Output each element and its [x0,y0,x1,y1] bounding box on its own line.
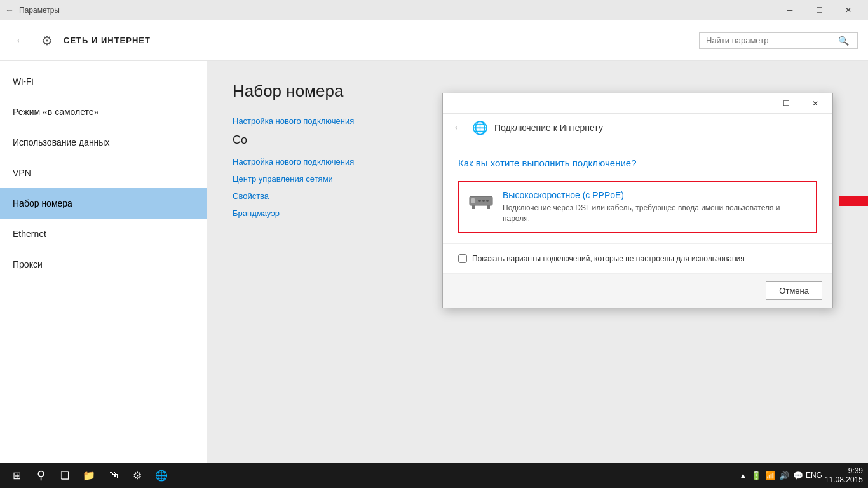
header-back-button[interactable]: ← [10,30,31,51]
connection-option-icon [468,191,494,214]
connect-dialog: ─ ☐ ✕ ← 🌐 Подключение к Интернету [442,93,833,308]
dialog-header: ← 🌐 Подключение к Интернету [443,114,832,142]
dialog-header-title: Подключение к Интернету [494,123,603,133]
language-indicator: ENG [806,471,822,480]
message-icon: 💬 [793,471,803,480]
app-body: Wi-Fi Режим «в самолете» Использование д… [0,61,868,463]
taskbar-search-icon: ⚲ [37,468,45,482]
title-bar-left: ← Параметры [5,5,60,15]
title-bar-title: Параметры [19,6,60,15]
cancel-button[interactable]: Отмена [766,281,822,300]
clock-date: 11.08.2015 [825,475,863,484]
sidebar-item-label: Набор номера [13,198,72,208]
search-icon: 🔍 [838,36,849,46]
dialog-maximize-button[interactable]: ☐ [771,94,801,113]
dialog-minimize-button[interactable]: ─ [742,94,771,113]
dialog-back-icon[interactable]: ← [453,122,463,133]
file-explorer-button[interactable]: 📁 [78,464,100,487]
red-arrow-annotation [839,187,868,215]
connection-option-pppoe[interactable]: Высокоскоростное (с PPPoE) Подключение ч… [458,181,817,233]
svg-rect-5 [472,205,475,209]
dialog-globe-icon: 🌐 [472,120,488,135]
taskbar-clock: 9:39 11.08.2015 [825,466,863,484]
sidebar-item-vpn[interactable]: VPN [0,158,207,188]
dialog-title-bar: ─ ☐ ✕ [443,93,832,114]
close-button[interactable]: ✕ [834,0,863,20]
search-input[interactable] [706,36,833,45]
search-box[interactable]: 🔍 [699,32,858,49]
minimize-button[interactable]: ─ [775,0,804,20]
clock-time: 9:39 [825,466,863,475]
start-icon: ⊞ [13,470,21,482]
svg-rect-1 [471,198,475,203]
dialog-backdrop: ─ ☐ ✕ ← 🌐 Подключение к Интернету [207,61,868,463]
dialog-title-controls: ─ ☐ ✕ [742,94,830,113]
maximize-button[interactable]: ☐ [804,0,834,20]
battery-icon: 🔋 [751,471,761,480]
svg-point-4 [486,200,489,202]
connection-option-title: Высокоскоростное (с PPPoE) [503,190,807,200]
dialog-footer-checkbox: Показать варианты подключений, которые н… [443,243,832,273]
taskbar-left: ⊞ ⚲ ❑ 📁 🛍 ⚙ 🌐 [5,464,173,487]
svg-rect-6 [487,205,490,209]
tray-expand-icon[interactable]: ▲ [739,471,747,480]
taskbar-tray: ▲ 🔋 📶 🔊 💬 [739,471,803,480]
search-button[interactable]: ⚲ [29,464,52,487]
app-header: ← ⚙ СЕТЬ И ИНТЕРНЕТ 🔍 [0,20,868,61]
sidebar-item-label: VPN [13,168,31,178]
svg-marker-7 [839,189,868,212]
sidebar-item-airplane[interactable]: Режим «в самолете» [0,97,207,127]
settings-button[interactable]: ⚙ [126,464,149,487]
sidebar-item-label: Прокси [13,259,43,269]
content-area: Набор номера Настройка нового подключени… [207,61,868,463]
sidebar-item-dialup[interactable]: Набор номера [0,188,207,219]
browser-icon: 🌐 [155,470,168,482]
show-options-checkbox[interactable] [458,254,467,263]
connection-option-text: Высокоскоростное (с PPPoE) Подключение ч… [503,190,807,224]
title-bar-controls: ─ ☐ ✕ [775,0,863,20]
connection-option-description: Подключение через DSL или кабель, требую… [503,203,807,224]
sidebar-item-data-usage[interactable]: Использование данных [0,127,207,158]
folder-icon: 📁 [83,470,95,482]
svg-point-2 [478,200,481,202]
sidebar-item-label: Режим «в самолете» [13,107,98,117]
dialog-body: Как вы хотите выполнить подключение? [443,142,832,243]
back-arrow-icon[interactable]: ← [5,5,14,15]
sidebar-item-wifi[interactable]: Wi-Fi [0,66,207,97]
task-view-icon: ❑ [60,470,69,482]
store-button[interactable]: 🛍 [102,464,125,487]
dialog-close-button[interactable]: ✕ [801,94,830,113]
app-title: СЕТЬ И ИНТЕРНЕТ [64,36,151,45]
task-view-button[interactable]: ❑ [53,464,76,487]
sidebar-item-label: Ethernet [13,229,46,239]
sidebar-item-proxy[interactable]: Прокси [0,249,207,280]
settings-icon: ⚙ [133,470,142,482]
taskbar-right: ▲ 🔋 📶 🔊 💬 ENG 9:39 11.08.2015 [739,466,863,484]
network-icon: 📶 [765,471,775,480]
svg-point-3 [482,200,485,202]
header-nav: ← ⚙ СЕТЬ И ИНТЕРНЕТ [10,30,689,51]
dialog-question: Как вы хотите выполнить подключение? [458,158,817,168]
header-gear-icon: ⚙ [38,32,56,50]
app-container: ← ⚙ СЕТЬ И ИНТЕРНЕТ 🔍 Wi-Fi Режим «в сам… [0,20,868,463]
sidebar: Wi-Fi Режим «в самолете» Использование д… [0,61,207,463]
dialog-action-bar: Отмена [443,273,832,308]
sidebar-item-ethernet[interactable]: Ethernet [0,219,207,249]
sidebar-item-label: Wi-Fi [13,76,34,86]
browser-button[interactable]: 🌐 [150,464,173,487]
start-button[interactable]: ⊞ [5,464,28,487]
show-options-label: Показать варианты подключений, которые н… [472,254,745,263]
store-icon: 🛍 [108,470,118,481]
title-bar: ← Параметры ─ ☐ ✕ [0,0,868,20]
taskbar: ⊞ ⚲ ❑ 📁 🛍 ⚙ 🌐 ▲ 🔋 📶 🔊 💬 ENG 9:3 [0,463,868,488]
sidebar-item-label: Использование данных [13,137,109,147]
volume-icon: 🔊 [779,471,789,480]
dialog-wrapper: ─ ☐ ✕ ← 🌐 Подключение к Интернету [442,93,833,308]
